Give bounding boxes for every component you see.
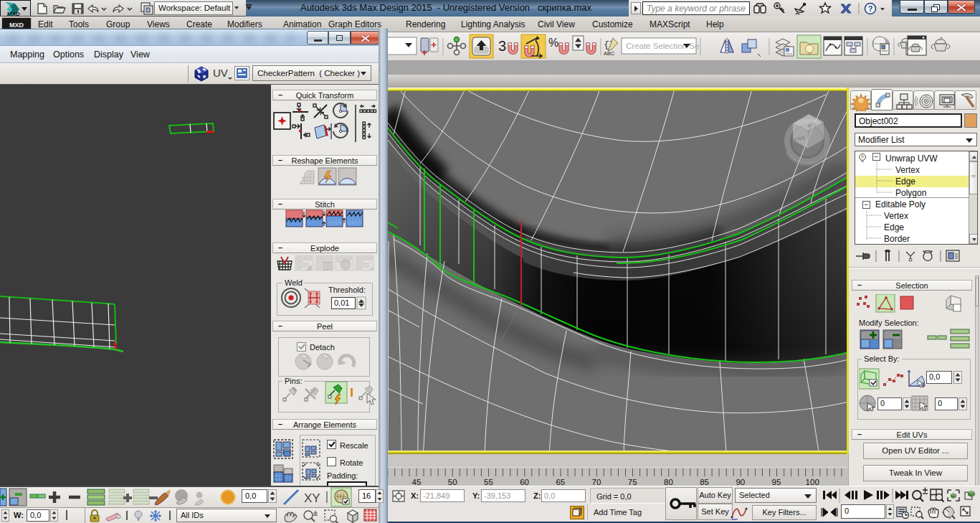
svg-text:3: 3 <box>498 38 506 54</box>
svg-text:?: ? <box>868 4 873 13</box>
svg-text:%: % <box>548 37 558 49</box>
svg-text:XY: XY <box>304 491 320 505</box>
svg-text:z: z <box>518 217 521 224</box>
svg-text:ABC: ABC <box>604 50 615 57</box>
